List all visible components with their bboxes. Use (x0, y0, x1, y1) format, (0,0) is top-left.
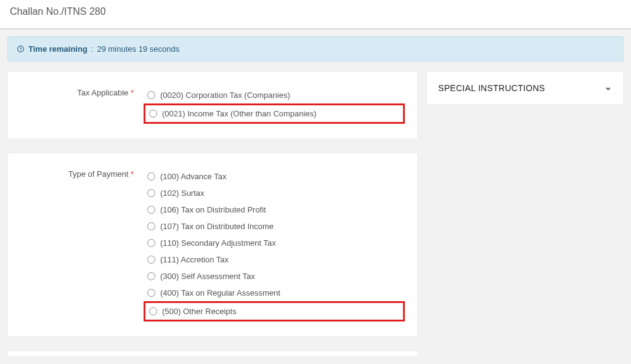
radio-option[interactable]: (500) Other Receipts (144, 301, 405, 322)
option-label: (0020) Corporation Tax (Companies) (160, 91, 290, 100)
radio-option[interactable]: (111) Accretion Tax (144, 251, 405, 268)
radio-icon (147, 272, 155, 280)
radio-icon (147, 91, 155, 99)
option-label: (111) Accretion Tax (160, 255, 229, 264)
timer-label: Time remaining (28, 44, 88, 54)
option-label: (110) Secondary Adjustment Tax (160, 238, 276, 248)
radio-icon (147, 172, 155, 180)
radio-icon (149, 307, 157, 315)
radio-icon (147, 289, 155, 297)
option-label: (106) Tax on Distributed Profit (160, 205, 266, 214)
special-instructions-accordion[interactable]: SPECIAL INSTRUCTIONS (426, 71, 624, 105)
option-label: (107) Tax on Distributed Income (160, 222, 274, 231)
option-label: (400) Tax on Regular Assessment (160, 288, 280, 297)
required-asterisk: * (131, 169, 134, 179)
chevron-down-icon (605, 84, 612, 92)
radio-icon (147, 222, 155, 230)
tax-applicable-panel: Tax Applicable * (0020) Corporation Tax … (7, 71, 418, 139)
radio-option[interactable]: (0021) Income Tax (Other than Companies) (144, 103, 405, 124)
radio-option[interactable]: (110) Secondary Adjustment Tax (144, 235, 405, 251)
option-label: (102) Surtax (160, 188, 205, 198)
radio-option[interactable]: (100) Advance Tax (144, 168, 405, 185)
clock-icon (17, 45, 25, 53)
type-of-payment-options: (100) Advance Tax (102) Surtax (106) Tax… (144, 168, 405, 322)
radio-icon (149, 110, 157, 118)
tax-applicable-options: (0020) Corporation Tax (Companies) (0021… (144, 87, 405, 124)
type-of-payment-label: Type of Payment * (20, 168, 144, 179)
page-header: Challan No./ITNS 280 (0, 0, 631, 29)
radio-icon (147, 239, 155, 247)
time-remaining-bar: Time remaining: 29 minutes 19 seconds (7, 36, 624, 62)
option-label: (300) Self Assessment Tax (160, 272, 255, 281)
radio-option[interactable]: (106) Tax on Distributed Profit (144, 201, 405, 218)
required-asterisk: * (131, 88, 134, 97)
option-label: (500) Other Receipts (162, 307, 237, 316)
timer-value: 29 minutes 19 seconds (97, 44, 179, 54)
radio-icon (147, 189, 155, 197)
option-label: (0021) Income Tax (Other than Companies) (162, 109, 317, 118)
accordion-title: SPECIAL INSTRUCTIONS (438, 83, 545, 93)
radio-option[interactable]: (107) Tax on Distributed Income (144, 218, 405, 235)
radio-option[interactable]: (400) Tax on Regular Assessment (144, 285, 405, 301)
option-label: (100) Advance Tax (160, 172, 226, 181)
radio-icon (147, 206, 155, 214)
tax-applicable-label: Tax Applicable * (20, 87, 144, 97)
page-title: Challan No./ITNS 280 (10, 6, 621, 17)
next-panel-top (7, 350, 418, 357)
radio-option[interactable]: (0020) Corporation Tax (Companies) (144, 87, 405, 103)
radio-icon (147, 256, 155, 264)
type-of-payment-panel: Type of Payment * (100) Advance Tax (102… (7, 153, 418, 337)
radio-option[interactable]: (102) Surtax (144, 185, 405, 201)
radio-option[interactable]: (300) Self Assessment Tax (144, 268, 405, 285)
